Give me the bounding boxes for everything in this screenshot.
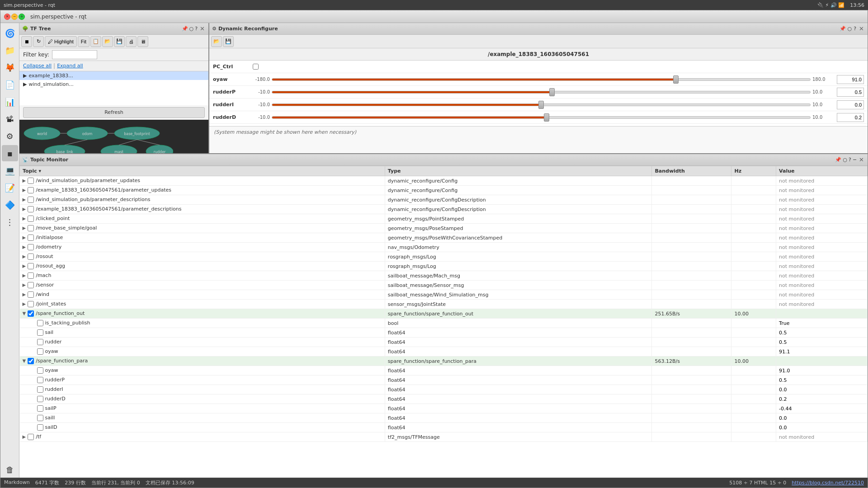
sidebar-icon-dev[interactable]: ⚙ [2,128,18,144]
sidebar-icon-docs[interactable]: 📄 [2,76,18,93]
row-checkbox[interactable] [28,244,34,250]
save-button[interactable]: 💾 [114,36,125,47]
refresh-button[interactable]: ↻ [33,36,44,47]
param-slider-thumb-rudderD[interactable] [544,113,549,122]
expand-arrow[interactable]: ▶ [23,206,26,211]
row-checkbox[interactable] [37,367,43,374]
col-header-hz[interactable]: Hz [731,166,776,176]
tm-close-button[interactable]: ✕ [858,155,865,164]
expand-arrow[interactable]: ▶ [23,225,26,230]
param-checkbox-pc-ctrl[interactable] [253,64,259,70]
close-button[interactable]: ✕ [4,14,10,20]
stop-button[interactable]: ⏹ [21,36,32,47]
param-value-rudderI[interactable] [837,100,864,109]
col-header-type[interactable]: Type [385,166,652,176]
col-header-topic[interactable]: Topic ▾ [20,166,385,176]
dyn-open-button[interactable]: 📂 [211,36,222,47]
refresh-list-button[interactable]: Refresh [23,107,205,118]
row-checkbox[interactable] [28,272,34,279]
print-button[interactable]: 🖨 [126,36,137,47]
sidebar-icon-terminal[interactable]: ▪ [2,145,18,161]
row-checkbox[interactable] [28,310,34,317]
minimize-button[interactable]: − [11,14,18,20]
row-checkbox[interactable] [28,434,34,440]
tree-item-0[interactable]: ▶ example_18383... [19,71,208,80]
expand-arrow[interactable]: ▶ [23,178,26,183]
param-value-rudderP[interactable] [837,88,864,97]
param-value-rudderD[interactable] [837,113,864,122]
expand-arrow[interactable]: ▶ [23,263,26,268]
row-checkbox[interactable] [28,206,34,212]
row-checkbox[interactable] [37,415,43,421]
screen-button[interactable]: 🖥 [137,36,148,47]
row-checkbox[interactable] [28,253,34,260]
row-checkbox[interactable] [28,263,34,269]
param-slider-thumb-oyaw[interactable] [673,75,679,84]
open-folder-button[interactable]: 📂 [102,36,113,47]
tf-close-button[interactable]: ✕ [199,24,206,33]
sidebar-icon-trash[interactable]: 🗑 [2,461,18,478]
row-checkbox[interactable] [37,348,43,355]
topic-table: Topic ▾ Type Bandwidth Hz Value ▶/wind_s… [19,166,868,478]
copy-button[interactable]: 📋 [90,36,101,47]
collapse-all-button[interactable]: Collapse all [23,63,52,69]
expand-arrow[interactable]: ▶ [23,216,26,221]
row-checkbox[interactable] [28,216,34,222]
row-checkbox[interactable] [37,405,43,412]
expand-arrow[interactable]: ▶ [23,301,26,306]
expand-arrow[interactable]: ▶ [23,292,26,297]
param-value-oyaw[interactable] [837,75,864,84]
row-checkbox[interactable] [28,282,34,288]
topic-name: /clicked_point [36,216,70,221]
row-checkbox[interactable] [37,377,43,383]
row-checkbox[interactable] [28,235,34,241]
expand-arrow[interactable]: ▼ [23,358,26,363]
row-checkbox[interactable] [37,320,43,326]
expand-arrow[interactable]: ▶ [23,282,26,287]
filter-input[interactable] [52,50,97,59]
expand-all-button[interactable]: Expand all [57,63,83,69]
row-checkbox[interactable] [37,329,43,336]
sidebar-icon-ubuntu[interactable]: 🌀 [2,25,18,41]
dyn-save-button[interactable]: 💾 [223,36,234,47]
row-checkbox[interactable] [37,424,43,431]
bandwidth-cell [652,252,731,262]
table-row: ▶/machsailboat_message/Mach_msgnot monit… [20,271,868,281]
col-header-bandwidth[interactable]: Bandwidth [652,166,731,176]
row-checkbox[interactable] [37,339,43,345]
row-checkbox[interactable] [28,301,34,307]
sidebar-icon-impress[interactable]: 📽 [2,111,18,127]
dyn-close-button[interactable]: ✕ [858,24,865,33]
sidebar-icon-grid[interactable]: ⋮ [2,214,18,230]
row-checkbox[interactable] [28,197,34,203]
row-checkbox[interactable] [37,386,43,393]
row-checkbox[interactable] [28,225,34,231]
expand-arrow[interactable]: ▶ [23,244,26,249]
sidebar-icon-firefox[interactable]: 🦊 [2,59,18,75]
expand-arrow[interactable]: ▶ [23,273,26,278]
maximize-button[interactable]: + [19,14,25,20]
row-checkbox[interactable] [28,178,34,184]
expand-arrow[interactable]: ▶ [23,188,26,192]
sidebar-icon-files[interactable]: 📁 [2,42,18,58]
col-header-value[interactable]: Value [776,166,868,176]
sidebar-icon-pc[interactable]: 💻 [2,162,18,178]
row-checkbox[interactable] [28,358,34,364]
expand-arrow[interactable]: ▶ [23,197,26,202]
sidebar-icon-calc[interactable]: 📊 [2,94,18,110]
param-slider-thumb-rudderP[interactable] [549,88,555,96]
row-checkbox[interactable] [37,396,43,402]
tree-item-1[interactable]: ▶ wind_simulation... [19,80,208,89]
sidebar-icon-text[interactable]: 📝 [2,179,18,196]
expand-arrow[interactable]: ▶ [23,254,26,259]
param-name-rudderD: rudderD [213,114,249,120]
highlight-button[interactable]: 🖊 Highlight [45,36,77,47]
fit-button[interactable]: Fit [78,36,90,47]
expand-arrow[interactable]: ▶ [23,434,26,439]
expand-arrow[interactable]: ▶ [23,235,26,240]
row-checkbox[interactable] [28,291,34,298]
row-checkbox[interactable] [28,187,34,193]
param-slider-thumb-rudderI[interactable] [538,101,544,109]
sidebar-icon-rv[interactable]: 🔷 [2,197,18,213]
expand-arrow[interactable]: ▼ [23,311,26,316]
